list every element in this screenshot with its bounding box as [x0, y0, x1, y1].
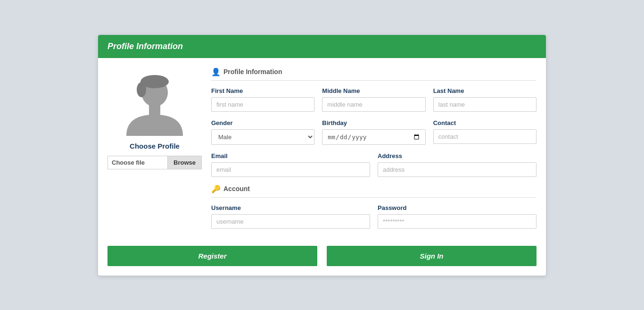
first-name-input[interactable]	[211, 97, 314, 112]
username-group: Username	[211, 204, 370, 229]
address-input[interactable]	[378, 162, 537, 177]
form-header: Profile Information	[98, 35, 546, 58]
contact-input[interactable]	[433, 129, 537, 144]
right-panel: 👤 Profile Information First Name Middle …	[211, 67, 537, 236]
last-name-input[interactable]	[433, 97, 537, 112]
register-button[interactable]: Register	[107, 246, 317, 266]
form-body: Choose Profile Choose file Browse 👤 Prof…	[98, 58, 546, 246]
profile-section-label: Profile Information	[223, 68, 282, 75]
birthday-input[interactable]	[322, 129, 425, 145]
password-group: Password	[378, 204, 537, 229]
detail-fields-row: Gender Male Female Other Birthday Contac…	[211, 119, 537, 145]
password-label: Password	[378, 204, 537, 211]
email-group: Email	[211, 152, 370, 177]
first-name-group: First Name	[211, 87, 314, 112]
profile-section-title: 👤 Profile Information	[211, 67, 537, 81]
svg-rect-1	[149, 105, 160, 115]
email-label: Email	[211, 152, 370, 159]
username-label: Username	[211, 204, 370, 211]
middle-name-label: Middle Name	[322, 87, 425, 94]
file-input-row: Choose file Browse	[107, 156, 202, 169]
birthday-group: Birthday	[322, 119, 425, 145]
signin-button[interactable]: Sign In	[327, 246, 537, 266]
choose-file-label: Choose file	[107, 156, 168, 169]
svg-point-3	[137, 82, 146, 97]
email-input[interactable]	[211, 162, 370, 177]
name-fields-row: First Name Middle Name Last Name	[211, 87, 537, 112]
gender-select[interactable]: Male Female Other	[211, 129, 314, 145]
gender-label: Gender	[211, 119, 314, 126]
left-panel: Choose Profile Choose file Browse	[107, 67, 202, 236]
account-section: 🔑 Account Username Password	[211, 184, 537, 229]
choose-profile-label: Choose Profile	[130, 142, 180, 150]
address-group: Address	[378, 152, 537, 177]
birthday-label: Birthday	[322, 119, 425, 126]
last-name-group: Last Name	[433, 87, 537, 112]
account-fields-row: Username Password	[211, 204, 537, 229]
avatar-icon	[122, 70, 188, 136]
middle-name-input[interactable]	[322, 97, 425, 112]
user-icon: 👤	[211, 67, 221, 76]
avatar	[119, 67, 190, 138]
last-name-label: Last Name	[433, 87, 537, 94]
account-section-title: 🔑 Account	[211, 184, 537, 198]
gender-group: Gender Male Female Other	[211, 119, 314, 145]
browse-button[interactable]: Browse	[168, 156, 202, 169]
username-input[interactable]	[211, 214, 370, 229]
key-icon: 🔑	[211, 184, 221, 193]
middle-name-group: Middle Name	[322, 87, 425, 112]
form-container: Profile Information Choose Profile	[98, 35, 546, 276]
first-name-label: First Name	[211, 87, 314, 94]
contact-group: Contact	[433, 119, 537, 145]
form-footer: Register Sign In	[98, 246, 546, 276]
email-address-row: Email Address	[211, 152, 537, 177]
contact-label: Contact	[433, 119, 537, 126]
address-label: Address	[378, 152, 537, 159]
password-input[interactable]	[378, 214, 537, 229]
form-title: Profile Information	[107, 42, 537, 51]
account-section-label: Account	[223, 185, 250, 193]
